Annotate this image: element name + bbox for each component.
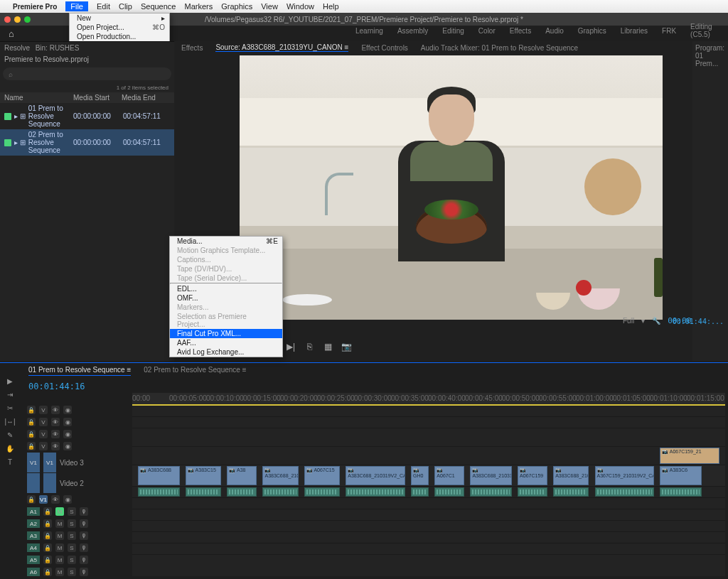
sequence-tab[interactable]: 01 Prem to Resolve Sequence ≡ [28,366,131,376]
timeline-tools: ▶ ⇥ ✂ |↔| ✎ ✋ T [3,377,17,466]
submenu-item: Selection as Premiere Project... [170,312,282,329]
audio-clip[interactable] [660,487,701,497]
project-item[interactable]: ▸ ⊞02 Prem to Resolve Sequence00:00:00:0… [0,129,174,156]
menu-view[interactable]: View [261,2,278,11]
workspace-learning[interactable]: Learning [355,27,383,35]
bin-label: Bin: RUSHES [36,44,80,52]
video-clip[interactable]: 📷 A383C688 [138,466,179,485]
app-name[interactable]: Premiere Pro [13,3,57,11]
slip-tool-icon[interactable]: |↔| [4,418,15,426]
audio-clip[interactable] [595,487,654,497]
menu-file[interactable]: File [65,1,88,11]
menu-item[interactable]: New▸ [70,13,169,23]
project-item[interactable]: ▸ ⊞01 Prem to Resolve Sequence00:00:00:0… [0,103,174,129]
search-input[interactable]: ⌕ [3,67,171,80]
lane-a4 [132,521,725,532]
workspace-frk[interactable]: FRK [662,27,676,35]
search-icon: ⌕ [9,70,13,78]
source-tab[interactable]: Effects [181,44,203,52]
selection-tool-icon[interactable]: ▶ [7,377,13,385]
audio-clip[interactable] [262,487,298,497]
lane-v3 [132,417,725,428]
sequence-tab[interactable]: 02 Prem to Resolve Sequence ≡ [144,366,246,376]
ripple-tool-icon[interactable]: ✂ [7,404,13,412]
submenu-item[interactable]: EDL... [170,284,282,293]
submenu-item: Captions... [170,255,282,264]
menu-window[interactable]: Window [287,2,314,11]
video-clip[interactable]: 📷 A383C688_210319 [262,466,298,485]
audio-clip[interactable] [186,487,221,497]
menu-graphics[interactable]: Graphics [221,2,252,11]
lane-a5 [132,532,725,543]
submenu-item[interactable]: Avid Log Exchange... [170,347,282,357]
macos-menubar: Premiere Pro FileEditClipSequenceMarkers… [0,0,728,13]
submenu-item: Markers... [170,303,282,312]
audio-clip[interactable] [138,487,179,497]
audio-clip[interactable] [434,487,464,497]
video-clip[interactable]: 📷 A383C688_210 [553,466,589,485]
video-clip[interactable]: 📷 A067C1 [434,466,464,485]
workspace-graphics[interactable]: Graphics [578,27,606,35]
video-clip[interactable]: 📷 A38 [227,466,257,485]
audio-clip[interactable] [227,487,257,497]
workspace-assembly[interactable]: Assembly [397,27,428,35]
submenu-item: Tape (Serial Device)... [170,274,282,283]
menu-edit[interactable]: Edit [97,2,110,11]
video-clip[interactable]: 📷 A067C15 [304,466,340,485]
lane-v3b [132,428,725,447]
submenu-item[interactable]: AAF... [170,338,282,347]
lane-a1 [132,487,725,498]
menu-clip[interactable]: Clip [119,2,132,11]
video-clip[interactable]: 📷 A367C159_210319V2_CA [595,466,654,485]
pen-tool-icon[interactable]: ✎ [7,431,13,439]
source-tab[interactable]: Audio Track Mixer: 01 Prem to Resolve Se… [421,44,578,52]
submenu-item[interactable]: Media...⌘E [170,237,282,246]
wrench-icon[interactable]: 🔧 [652,317,660,325]
timeline-panel: 01 Prem to Resolve Sequence ≡02 Prem to … [0,362,728,579]
video-clip[interactable]: 📷 A383C688_210319V2_CANON [346,466,405,485]
timeline-lanes[interactable]: 00:0000:00:05:0000:00:10:0000:00:15:0000… [132,393,725,576]
audio-clip[interactable] [411,487,429,497]
overwrite-icon[interactable]: ▦ [322,342,333,352]
insert-icon[interactable]: ⎘ [304,342,315,352]
full-dropdown[interactable]: Full [623,317,634,325]
menu-sequence[interactable]: Sequence [141,2,176,11]
source-tab[interactable]: Effect Controls [361,44,407,52]
video-clip[interactable]: 📷 A383C688_210319U [470,466,511,485]
video-clip[interactable]: 📷 GH0 [411,466,429,485]
menu-item[interactable]: Open Production... [70,32,169,41]
source-tab[interactable]: Source: A383C688_210319YU_CANON ≡ [215,43,348,52]
video-clip[interactable]: 📷 A383C15 [186,466,221,485]
hand-tool-icon[interactable]: ✋ [6,445,14,453]
workspace-libraries[interactable]: Libraries [621,27,648,35]
audio-clip[interactable] [553,487,589,497]
track-headers: 🔒V👁◉🔒V👁◉🔒V👁◉🔒V👁◉V1V1Video 3Video 2🔒V1👁◉A… [24,404,131,578]
project-tab[interactable]: Premiere to Resolve.prproj [4,55,89,63]
video-clip[interactable]: 📷 A383C6 [660,466,701,485]
menu-help[interactable]: Help [323,2,339,11]
source-preview[interactable] [240,55,663,320]
workspace-effects[interactable]: Effects [510,27,531,35]
workspace-editing (c5.5)[interactable]: Editing (C5.5) [690,23,728,38]
track-select-icon[interactable]: ⇥ [7,391,13,399]
submenu-item: Tape (DV/HDV)... [170,264,282,274]
menu-item[interactable]: Open Project...⌘O [70,23,169,32]
workspace-color[interactable]: Color [478,27,496,35]
menu-markers[interactable]: Markers [184,2,213,11]
submenu-item[interactable]: OMF... [170,293,282,303]
workspace-audio[interactable]: Audio [545,27,564,35]
audio-clip[interactable] [304,487,340,497]
time-ruler[interactable]: 00:0000:00:05:0000:00:10:0000:00:15:0000… [132,393,725,404]
workspace-editing[interactable]: Editing [442,27,464,35]
audio-clip[interactable] [470,487,511,497]
video-clip[interactable]: 📷 A067C159 [518,466,547,485]
type-tool-icon[interactable]: T [8,458,12,466]
export-submenu: Media...⌘EMotion Graphics Template...Cap… [169,236,283,357]
audio-clip[interactable] [518,487,547,497]
audio-clip[interactable] [346,487,405,497]
program-panel-edge: Program: 01 Prem... 00:01:44:... [692,41,728,361]
submenu-item[interactable]: Final Cut Pro XML... [170,329,282,338]
window-controls[interactable] [0,14,35,25]
go-out-icon[interactable]: ▶| [285,342,296,352]
export-frame-icon[interactable]: 📷 [341,342,352,352]
